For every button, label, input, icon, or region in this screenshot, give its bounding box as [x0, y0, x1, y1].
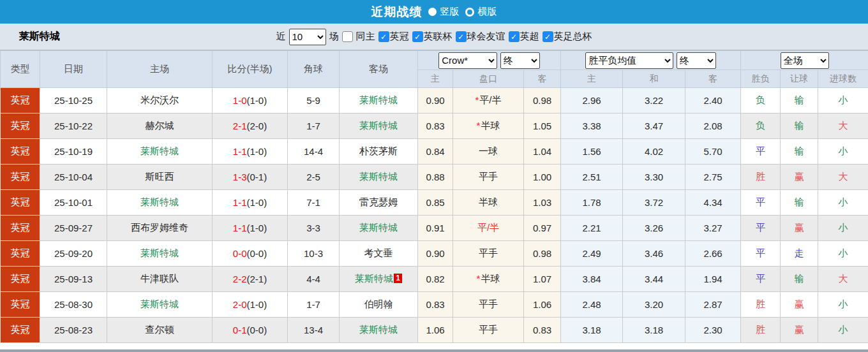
avg-lose-cell: 2.40 — [685, 88, 741, 114]
home-team-name[interactable]: 赫尔城 — [146, 120, 174, 131]
corners-cell: 10-3 — [288, 241, 340, 267]
subcol-odds-handicap: 盘口 — [453, 70, 524, 88]
home-team-cell: 西布罗姆维奇 — [107, 216, 213, 241]
result-handicap-cell: 输 — [781, 267, 818, 292]
odds-home-cell: 0.84 — [418, 139, 453, 165]
filter-bar: 莱斯特城 近 10 场 同主 ✓ 英冠 ✓ 英联杯 ✓ 球会友谊 ✓ 英超 ✓ … — [0, 24, 868, 50]
full-time-score: 2-0 — [233, 299, 247, 310]
away-team-name[interactable]: 雷克瑟姆 — [359, 196, 398, 207]
odds-home-cell: 1.06 — [418, 318, 453, 343]
odds-provider-select[interactable]: Crow* — [438, 52, 497, 69]
away-team-name[interactable]: 考文垂 — [364, 247, 393, 258]
full-time-score: 2-1 — [233, 121, 247, 131]
checkbox-checked-icon[interactable]: ✓ — [509, 31, 520, 42]
avg-win-cell: 2.21 — [561, 216, 623, 241]
date-cell: 25-10-01 — [40, 190, 107, 216]
avg-win-cell: 3.84 — [561, 267, 623, 292]
avg-lose-cell: 2.08 — [685, 114, 741, 139]
odds-time-select[interactable]: 终 — [500, 52, 540, 69]
checkbox-checked-icon[interactable]: ✓ — [456, 31, 467, 42]
competition-filter-premier-league[interactable]: ✓ 英超 — [509, 31, 539, 43]
home-team-name[interactable]: 西布罗姆维奇 — [131, 222, 188, 233]
checkbox-checked-icon[interactable]: ✓ — [412, 31, 423, 42]
col-header-corners: 角球 — [288, 51, 340, 88]
table-row: 英冠25-10-22赫尔城2-1(2-0)1-7莱斯特城0.83*半球1.053… — [1, 114, 868, 139]
result-scope-select[interactable]: 全场 — [781, 52, 829, 69]
date-cell: 25-08-23 — [40, 318, 107, 343]
layout-option-vertical[interactable]: 竖版 — [428, 6, 460, 18]
league-cell: 英冠 — [1, 267, 40, 292]
star-icon: * — [477, 120, 481, 131]
home-team-name[interactable]: 查尔顿 — [146, 324, 174, 335]
away-team-name[interactable]: 莱斯特城 — [359, 324, 398, 335]
handicap-text: 平手 — [479, 247, 498, 258]
home-team-name[interactable]: 莱斯特城 — [140, 247, 179, 258]
result-handicap-cell: 赢 — [781, 216, 818, 241]
avg-draw-cell: 3.20 — [623, 292, 685, 318]
odds-away-cell: 1.03 — [524, 190, 561, 216]
layout-option-horizontal[interactable]: 横版 — [465, 6, 497, 18]
table-row: 英冠25-09-20莱斯特城0-0(0-0)10-3考文垂0.90平手0.982… — [1, 241, 868, 267]
avg-time-select[interactable]: 终 — [677, 52, 716, 69]
score-cell: 2-0(1-0) — [213, 292, 288, 318]
odds-handicap-cell: *半球 — [453, 114, 524, 139]
competition-filter-club-friendly[interactable]: ✓ 球会友谊 — [456, 31, 505, 43]
half-time-score: (2-0) — [247, 121, 267, 131]
corners-cell: 4-4 — [288, 267, 340, 292]
table-row: 英冠25-10-04斯旺西1-3(0-1)2-5莱斯特城0.88平手1.002.… — [1, 165, 868, 190]
odds-away-cell: 1.07 — [524, 267, 561, 292]
home-team-name[interactable]: 米尔沃尔 — [140, 94, 179, 105]
half-time-score: (1-0) — [247, 146, 267, 157]
half-time-score: (2-1) — [247, 274, 267, 284]
same-home-checkbox[interactable] — [342, 31, 353, 42]
home-team-name[interactable]: 牛津联队 — [140, 273, 179, 284]
subcol-avg-lose: 客 — [685, 70, 741, 88]
handicap-text: 平手 — [479, 324, 498, 335]
away-team-name[interactable]: 莱斯特城 — [355, 273, 393, 284]
result-handicap-cell: 赢 — [781, 292, 818, 318]
result-goals-cell: 小 — [818, 216, 868, 241]
odds-home-cell: 0.83 — [418, 114, 453, 139]
away-team-name[interactable]: 莱斯特城 — [359, 94, 398, 105]
home-team-name[interactable]: 莱斯特城 — [140, 196, 179, 207]
away-team-name[interactable]: 朴茨茅斯 — [359, 145, 398, 156]
away-team-name[interactable]: 莱斯特城 — [359, 171, 398, 182]
result-outcome-cell: 平 — [741, 190, 781, 216]
recent-count-select[interactable]: 10 — [289, 29, 326, 45]
col-header-type: 类型 — [1, 51, 40, 88]
score-cell: 1-0(1-0) — [213, 88, 288, 114]
checkbox-checked-icon[interactable]: ✓ — [542, 31, 553, 42]
away-team-name[interactable]: 莱斯特城 — [359, 120, 398, 131]
checkbox-checked-icon[interactable]: ✓ — [378, 31, 389, 42]
half-time-score: (0-0) — [247, 248, 267, 259]
result-outcome-cell: 胜 — [741, 318, 781, 343]
date-cell: 25-09-13 — [40, 267, 107, 292]
filters: 近 10 场 同主 ✓ 英冠 ✓ 英联杯 ✓ 球会友谊 ✓ 英超 ✓ 英足总杯 — [276, 29, 592, 45]
home-team-name[interactable]: 斯旺西 — [146, 171, 174, 182]
result-outcome-cell: 胜 — [741, 292, 781, 318]
result-goals-cell: 小 — [818, 318, 868, 343]
handicap-text: 一球 — [479, 145, 498, 156]
result-outcome-cell: 胜 — [741, 165, 781, 190]
layout-option-horizontal-label: 横版 — [478, 6, 497, 18]
result-handicap-cell: 输 — [781, 190, 818, 216]
avg-draw-cell: 3.26 — [623, 216, 685, 241]
home-team-name[interactable]: 莱斯特城 — [140, 145, 179, 156]
away-team-name[interactable]: 伯明翰 — [364, 298, 393, 309]
competition-filter-league-cup[interactable]: ✓ 英联杯 — [412, 31, 453, 43]
result-group-header: 全场 — [741, 51, 868, 70]
away-team-name[interactable]: 莱斯特城 — [359, 222, 398, 233]
avg-lose-cell: 2.30 — [685, 318, 741, 343]
competition-filter-fa-cup[interactable]: ✓ 英足总杯 — [542, 31, 592, 43]
odds-group-header: Crow* 终 — [418, 51, 561, 70]
score-cell: 2-2(2-1) — [213, 267, 288, 292]
page-title: 近期战绩 — [371, 4, 423, 20]
avg-lose-cell: 2.66 — [685, 241, 741, 267]
odds-home-cell: 0.88 — [418, 165, 453, 190]
half-time-score: (1-0) — [247, 223, 267, 233]
league-cell: 英冠 — [1, 88, 40, 114]
home-team-cell: 米尔沃尔 — [107, 88, 213, 114]
competition-filter-championship[interactable]: ✓ 英冠 — [378, 31, 409, 43]
home-team-name[interactable]: 莱斯特城 — [140, 298, 179, 309]
avg-type-select[interactable]: 胜平负均值 — [585, 52, 673, 69]
